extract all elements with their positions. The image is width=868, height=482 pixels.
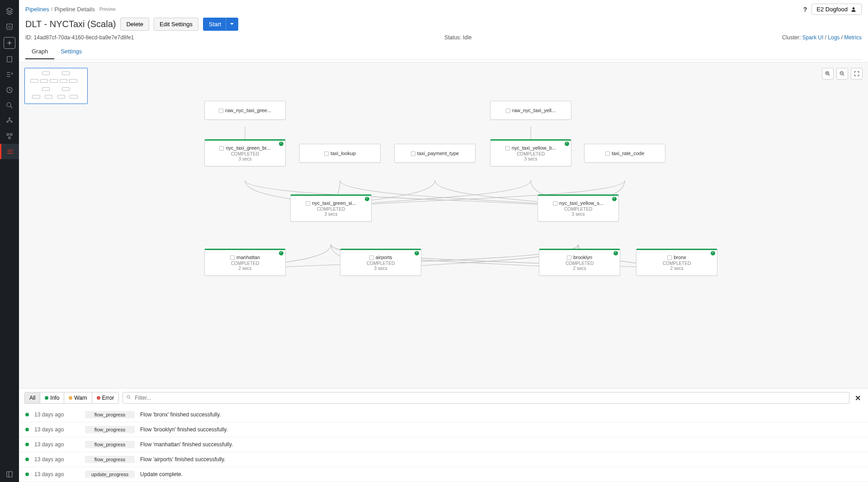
filter-warn[interactable]: Warn	[64, 392, 92, 403]
node-bronx[interactable]: bronxCOMPLETED2 secs	[636, 249, 717, 276]
filter-info[interactable]: Info	[40, 392, 64, 403]
sidebar-item-8[interactable]	[0, 128, 19, 144]
tab-graph[interactable]: Graph	[25, 44, 54, 59]
node-yellow-bronze[interactable]: nyc_taxi_yellow_b...COMPLETED3 secs	[490, 139, 571, 166]
log-message: Flow 'brooklyn' finished successfully.	[140, 426, 862, 433]
log-row[interactable]: 13 days agoflow_progressFlow 'manhattan'…	[19, 437, 868, 452]
sidebar-logo[interactable]	[0, 4, 19, 19]
tab-settings[interactable]: Settings	[54, 44, 88, 59]
log-message: Update complete.	[140, 471, 862, 477]
user-label: E2 Dogfood	[816, 6, 848, 13]
sidebar-collapse[interactable]	[0, 467, 19, 482]
breadcrumb-root[interactable]: Pipelines	[25, 6, 49, 13]
metrics-link[interactable]: Metrics	[844, 34, 862, 41]
log-tag: update_progress	[85, 471, 135, 478]
sidebar-search[interactable]	[0, 98, 19, 113]
status-dot	[25, 443, 29, 446]
svg-rect-2	[7, 57, 12, 62]
chevron-down-icon	[230, 22, 234, 26]
status-dot	[25, 428, 29, 431]
svg-point-4	[7, 103, 11, 107]
page-title: DLT - NYCTaxi (Scala)	[25, 19, 116, 29]
start-dropdown[interactable]	[226, 18, 238, 31]
node-raw-yellow[interactable]: raw_nyc_taxi_yell...	[490, 101, 571, 120]
node-raw-green[interactable]: raw_nyc_taxi_gree...	[204, 101, 286, 120]
log-filter-group: All Info Warn Error	[24, 392, 119, 404]
log-tag: flow_progress	[85, 456, 135, 463]
pipeline-graph[interactable]: raw_nyc_taxi_gree... raw_nyc_taxi_yell..…	[19, 62, 868, 388]
node-rate-code[interactable]: taxi_rate_code	[584, 144, 665, 163]
pipeline-status: Status: Idle	[444, 34, 472, 41]
spark-ui-link[interactable]: Spark UI	[802, 34, 824, 41]
node-taxi-lookup[interactable]: taxi_lookup	[299, 144, 381, 163]
user-menu[interactable]: E2 Dogfood	[811, 4, 862, 15]
log-time: 13 days ago	[34, 441, 80, 448]
status-dot	[25, 473, 29, 476]
filter-all[interactable]: All	[25, 392, 40, 403]
log-message: Flow 'manhattan' finished successfully.	[140, 441, 862, 448]
log-tag: flow_progress	[85, 441, 135, 448]
status-dot	[25, 413, 29, 416]
svg-point-10	[9, 137, 11, 139]
sidebar-add[interactable]	[4, 37, 15, 49]
log-row[interactable]: 13 days agoflow_progressFlow 'airports' …	[19, 452, 868, 467]
log-row[interactable]: 13 days agoflow_progressFlow 'bronx' fin…	[19, 407, 868, 422]
edit-settings-button[interactable]: Edit Settings	[154, 18, 198, 31]
filter-error[interactable]: Error	[92, 392, 119, 403]
sidebar-item-1[interactable]: D	[0, 19, 19, 34]
svg-point-15	[127, 396, 130, 398]
log-row[interactable]: 13 days agoupdate_progressUpdate complet…	[19, 467, 868, 482]
node-payment-type[interactable]: taxi_payment_type	[394, 144, 476, 163]
svg-point-12	[853, 7, 855, 9]
svg-point-8	[7, 133, 9, 136]
node-green-silver[interactable]: nyc_taxi_green_si...COMPLETED3 secs	[290, 194, 372, 222]
pipeline-id: ID: 14ad87cf-70da-4160-8ecd-ba9e7e7d8fe1	[25, 34, 134, 41]
search-icon	[126, 395, 132, 402]
sidebar-item-7[interactable]	[0, 113, 19, 128]
node-yellow-silver[interactable]: nyc_taxi_yellow_s...COMPLETED3 secs	[538, 194, 619, 222]
node-manhattan[interactable]: manhattanCOMPLETED2 secs	[204, 249, 286, 276]
log-tag: flow_progress	[85, 426, 135, 433]
log-message: Flow 'airports' finished successfully.	[140, 456, 862, 463]
log-time: 13 days ago	[34, 456, 80, 463]
node-green-bronze[interactable]: nyc_taxi_green_br...COMPLETED3 secs	[204, 139, 286, 166]
svg-point-5	[9, 118, 10, 119]
log-time: 13 days ago	[34, 471, 80, 477]
delete-button[interactable]: Delete	[120, 18, 149, 31]
breadcrumb: Pipelines / Pipeline Details Preview	[25, 6, 116, 13]
start-button[interactable]: Start	[203, 18, 227, 31]
sidebar-pipelines[interactable]	[0, 144, 19, 159]
sidebar: D	[0, 0, 19, 482]
preview-badge: Preview	[99, 7, 116, 12]
sidebar-item-5[interactable]	[0, 82, 19, 98]
svg-point-9	[10, 133, 13, 136]
breadcrumb-current: Pipeline Details	[54, 6, 95, 13]
log-tag: flow_progress	[85, 411, 135, 418]
node-brooklyn[interactable]: brooklynCOMPLETED2 secs	[539, 249, 620, 276]
svg-rect-11	[7, 472, 12, 477]
sidebar-item-3[interactable]	[0, 52, 19, 67]
log-list: 13 days agoflow_progressFlow 'bronx' fin…	[19, 407, 868, 482]
logs-link[interactable]: Logs	[828, 34, 840, 41]
log-row[interactable]: 13 days agoflow_progressFlow 'brooklyn' …	[19, 422, 868, 437]
log-time: 13 days ago	[34, 426, 80, 433]
log-message: Flow 'bronx' finished successfully.	[140, 411, 862, 418]
user-icon	[850, 6, 857, 13]
svg-text:D: D	[8, 25, 11, 29]
status-dot	[25, 458, 29, 461]
log-filter-input[interactable]	[123, 392, 849, 404]
close-log-panel[interactable]: ✕	[853, 394, 863, 402]
sidebar-item-4[interactable]	[0, 67, 19, 82]
log-time: 13 days ago	[34, 411, 80, 418]
cluster-links: Cluster: Spark UI / Logs / Metrics	[782, 34, 862, 41]
help-icon[interactable]: ?	[803, 6, 807, 13]
node-airports[interactable]: airportsCOMPLETED3 secs	[340, 249, 421, 276]
